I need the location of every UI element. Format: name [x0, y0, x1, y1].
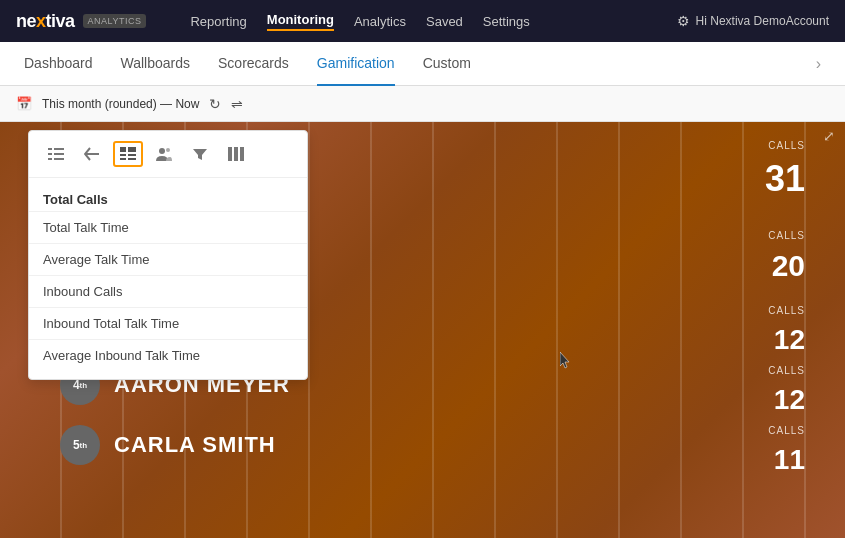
subnav-custom[interactable]: Custom [423, 42, 471, 86]
svg-rect-9 [128, 154, 136, 156]
subnav-gamification[interactable]: Gamification [317, 42, 395, 86]
calls-number-1: 31 [765, 161, 805, 197]
calls-number-4: 12 [774, 386, 805, 414]
gear-icon[interactable]: ⚙ [677, 13, 690, 29]
svg-rect-1 [54, 148, 64, 150]
user-area: ⚙ Hi Nextiva DemoAccount [677, 13, 829, 29]
popup-btn-people[interactable] [149, 141, 179, 167]
nav-monitoring[interactable]: Monitoring [267, 12, 334, 31]
svg-rect-14 [228, 147, 232, 161]
svg-rect-4 [48, 158, 52, 160]
rank-calls-2: CALLS 20 [768, 230, 805, 281]
nav-reporting[interactable]: Reporting [190, 14, 246, 29]
sub-nav-next-arrow[interactable]: › [816, 55, 821, 73]
dropdown-popup: Total Calls Total Talk Time Average Talk… [28, 130, 308, 380]
subnav-scorecards[interactable]: Scorecards [218, 42, 289, 86]
svg-rect-16 [240, 147, 244, 161]
popup-item-0[interactable]: Total Talk Time [29, 211, 307, 243]
svg-rect-2 [48, 153, 52, 155]
rank-calls-4: CALLS 12 [768, 365, 805, 414]
svg-rect-15 [234, 147, 238, 161]
popup-item-2[interactable]: Inbound Calls [29, 275, 307, 307]
calls-label-5: CALLS [768, 425, 805, 436]
svg-point-12 [159, 148, 165, 154]
calls-number-5: 11 [774, 446, 805, 474]
svg-rect-11 [128, 158, 136, 160]
analytics-badge: ANALYTICS [83, 14, 147, 28]
popup-btn-filter[interactable] [185, 141, 215, 167]
calls-label-3: CALLS [768, 305, 805, 316]
rank-name-5: CARLA SMITH [114, 432, 276, 458]
top-navigation: nextiva ANALYTICS Reporting Monitoring A… [0, 0, 845, 42]
subnav-wallboards[interactable]: Wallboards [121, 42, 191, 86]
sub-navigation: Dashboard Wallboards Scorecards Gamifica… [0, 42, 845, 86]
calls-number-3: 12 [774, 326, 805, 354]
calls-label-4: CALLS [768, 365, 805, 376]
user-label: Hi Nextiva DemoAccount [696, 14, 829, 28]
subnav-dashboard[interactable]: Dashboard [24, 42, 93, 86]
rank-calls-5: CALLS 11 [768, 425, 805, 474]
popup-btn-back[interactable] [77, 141, 107, 167]
calls-label-1: CALLS [768, 140, 805, 151]
popup-section-header: Total Calls [29, 186, 307, 211]
nav-settings[interactable]: Settings [483, 14, 530, 29]
expand-button[interactable]: ⤢ [823, 128, 835, 144]
nav-links: Reporting Monitoring Analytics Saved Set… [190, 12, 529, 31]
popup-content: Total Calls Total Talk Time Average Talk… [29, 178, 307, 379]
svg-rect-3 [54, 153, 64, 155]
refresh-icon[interactable]: ↻ [209, 96, 221, 112]
nav-saved[interactable]: Saved [426, 14, 463, 29]
svg-rect-6 [120, 147, 126, 152]
svg-rect-5 [54, 158, 64, 160]
nav-analytics[interactable]: Analytics [354, 14, 406, 29]
popup-btn-columns[interactable] [221, 141, 251, 167]
svg-point-13 [166, 148, 170, 152]
rank-calls-3: CALLS 12 [768, 305, 805, 354]
logo-text: nextiva [16, 11, 75, 32]
date-range-label: This month (rounded) — Now [42, 97, 199, 111]
rank-row-5: 5th CARLA SMITH [60, 425, 276, 465]
popup-item-1[interactable]: Average Talk Time [29, 243, 307, 275]
popup-btn-list[interactable] [41, 141, 71, 167]
rank-badge-5: 5th [60, 425, 100, 465]
calendar-icon: 📅 [16, 96, 32, 111]
toolbar-row: 📅 This month (rounded) — Now ↻ ⇌ [0, 86, 845, 122]
rank-calls-1: CALLS 31 [765, 140, 805, 197]
logo: nextiva ANALYTICS [16, 11, 146, 32]
popup-item-4[interactable]: Average Inbound Talk Time [29, 339, 307, 371]
popup-btn-grid[interactable] [113, 141, 143, 167]
svg-rect-7 [128, 147, 136, 152]
popup-toolbar [29, 131, 307, 178]
popup-item-3[interactable]: Inbound Total Talk Time [29, 307, 307, 339]
svg-rect-10 [120, 158, 126, 160]
calls-number-2: 20 [772, 251, 805, 281]
calls-label-2: CALLS [768, 230, 805, 241]
export-icon[interactable]: ⇌ [231, 96, 243, 112]
svg-rect-8 [120, 154, 126, 156]
svg-rect-0 [48, 148, 52, 150]
main-content: 1st T... CALLS 31 2nd TE... CALLS 20 3rd… [0, 122, 845, 538]
